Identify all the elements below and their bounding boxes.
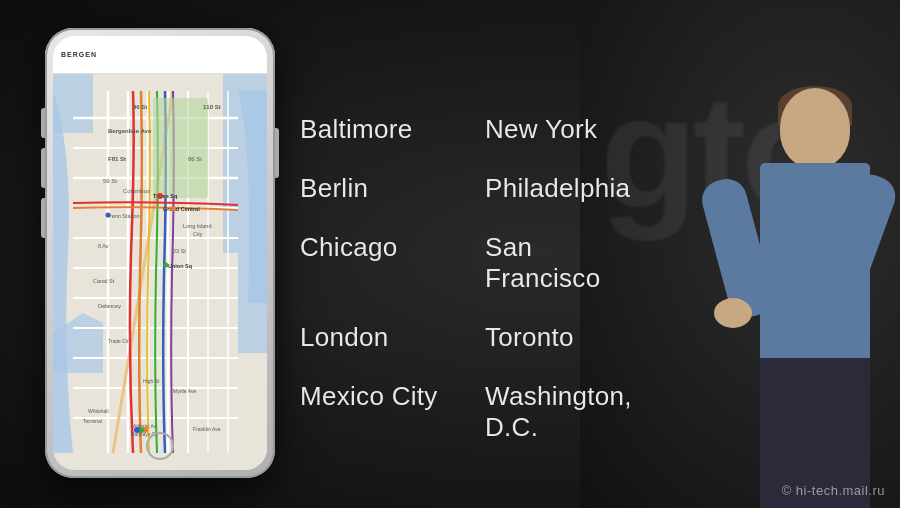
svg-rect-20 bbox=[153, 98, 208, 198]
phone-screen: BERGEN bbox=[53, 36, 267, 470]
svg-text:8 Av: 8 Av bbox=[98, 243, 109, 249]
svg-text:Grand Central: Grand Central bbox=[163, 206, 200, 212]
svg-text:Canal St: Canal St bbox=[93, 278, 115, 284]
phone-home-button[interactable] bbox=[146, 432, 174, 460]
svg-point-48 bbox=[106, 213, 111, 218]
map-screen: BERGEN bbox=[53, 36, 267, 470]
speaker-hand-left bbox=[714, 298, 752, 328]
svg-text:Whitehall: Whitehall bbox=[88, 408, 109, 414]
city-item-new-york: New York bbox=[475, 100, 660, 159]
svg-text:Myrtle Ave: Myrtle Ave bbox=[173, 388, 196, 394]
svg-text:Times Sq: Times Sq bbox=[153, 193, 177, 199]
map-topbar-label: BERGEN bbox=[61, 51, 97, 58]
svg-text:Delancey: Delancey bbox=[98, 303, 121, 309]
svg-text:Columbus: Columbus bbox=[123, 188, 150, 194]
svg-text:Union Sq: Union Sq bbox=[168, 263, 192, 269]
svg-text:Bergenline Ave: Bergenline Ave bbox=[108, 128, 152, 134]
svg-text:23 St: 23 St bbox=[173, 248, 186, 254]
phone-side-button-mute bbox=[41, 108, 45, 138]
city-item-berlin: Berlin bbox=[290, 159, 475, 218]
svg-point-49 bbox=[164, 263, 169, 268]
city-item-washington-dc: Washington, D.C. bbox=[475, 367, 660, 457]
svg-text:F81 St: F81 St bbox=[108, 156, 126, 162]
watermark: © hi-tech.mail.ru bbox=[782, 483, 885, 498]
phone-frame: BERGEN bbox=[45, 28, 275, 478]
svg-point-47 bbox=[171, 207, 176, 212]
phone-side-button-vol-down bbox=[41, 198, 45, 238]
phone-side-button-right bbox=[275, 128, 279, 178]
city-item-baltimore: Baltimore bbox=[290, 100, 475, 159]
map-svg: 96 St 110 St Bergenline Ave F81 St 86 St… bbox=[53, 36, 267, 470]
svg-text:Long Island: Long Island bbox=[183, 223, 211, 229]
svg-text:110 St: 110 St bbox=[203, 104, 221, 110]
svg-text:59 St: 59 St bbox=[103, 178, 117, 184]
iphone-device: BERGEN bbox=[45, 28, 275, 478]
svg-point-46 bbox=[157, 193, 163, 199]
svg-text:Penn Station: Penn Station bbox=[108, 213, 140, 219]
city-item-london: London bbox=[290, 308, 475, 367]
svg-text:96 St: 96 St bbox=[133, 104, 147, 110]
svg-text:City: City bbox=[193, 231, 203, 237]
map-topbar: BERGEN bbox=[53, 36, 267, 74]
city-item-chicago: Chicago bbox=[290, 218, 475, 308]
svg-point-52 bbox=[134, 427, 140, 433]
city-item-san-francisco: San Francisco bbox=[475, 218, 660, 308]
city-item-mexico-city: Mexico City bbox=[290, 367, 475, 457]
city-list: Baltimore New York Berlin Philadelphia C… bbox=[290, 100, 660, 457]
svg-text:High St: High St bbox=[143, 378, 160, 384]
speaker-shirt bbox=[760, 163, 870, 363]
svg-text:Franklin Ave: Franklin Ave bbox=[193, 426, 221, 432]
svg-text:Terminal: Terminal bbox=[83, 418, 102, 424]
city-item-philadelphia: Philadelphia bbox=[475, 159, 660, 218]
city-grid: Baltimore New York Berlin Philadelphia C… bbox=[290, 100, 660, 457]
phone-side-button-vol-up bbox=[41, 148, 45, 188]
speaker-head bbox=[780, 88, 850, 168]
svg-text:86 St: 86 St bbox=[188, 156, 202, 162]
svg-text:Trade Ctr: Trade Ctr bbox=[108, 338, 129, 344]
city-item-toronto: Toronto bbox=[475, 308, 660, 367]
